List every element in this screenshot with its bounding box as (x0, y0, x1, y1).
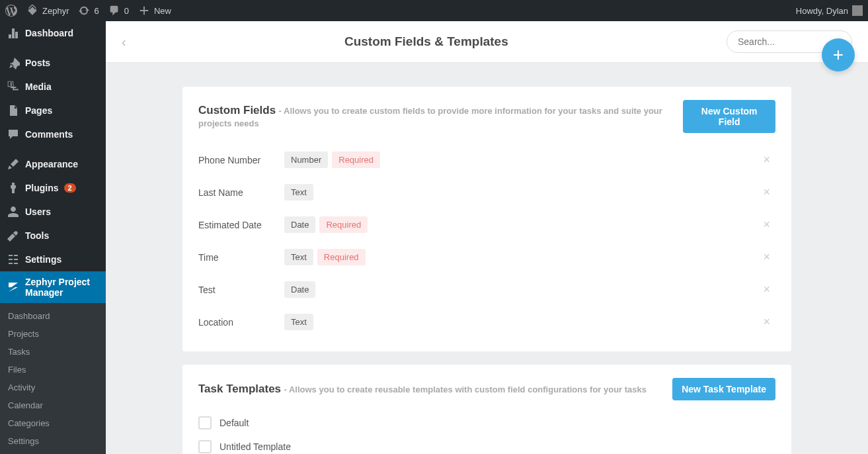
fab-add[interactable]: + (822, 38, 855, 71)
new-custom-field-button[interactable]: New Custom Field (683, 100, 775, 133)
admin-bar: Zephyr 6 0 New Howdy, Dylan (0, 0, 868, 21)
submenu-item-settings[interactable]: Settings (0, 432, 106, 450)
field-row[interactable]: Last NameText× (198, 176, 775, 208)
sidebar-item-settings[interactable]: Settings (0, 248, 106, 271)
close-icon[interactable]: × (758, 185, 775, 199)
page-title: Custom Fields & Templates (126, 34, 727, 49)
media-icon (7, 80, 20, 93)
user-icon (7, 205, 20, 218)
new-template-button[interactable]: New Task Template (672, 378, 775, 400)
dashboard-icon (7, 26, 20, 40)
templates-title: Task Templates (198, 383, 281, 395)
sidebar-item-pages[interactable]: Pages (0, 99, 106, 122)
field-row[interactable]: Phone NumberNumberRequired× (198, 144, 775, 176)
close-icon[interactable]: × (758, 315, 775, 329)
new-link[interactable]: New (138, 5, 171, 17)
template-name: Default (219, 418, 249, 428)
type-tag: Text (284, 249, 313, 265)
pages-icon (7, 104, 20, 117)
field-row[interactable]: LocationText× (198, 306, 775, 338)
close-icon[interactable]: × (758, 250, 775, 264)
submenu-item-dashboard[interactable]: Dashboard (0, 307, 106, 325)
custom-fields-card: Custom Fields - Allows you to create cus… (182, 87, 791, 351)
sidebar-item-comments[interactable]: Comments (0, 122, 106, 146)
type-tag: Text (284, 314, 313, 330)
type-tag: Number (284, 152, 328, 168)
templates-card: Task Templates - Allows you to create re… (182, 365, 791, 454)
type-tag: Date (284, 216, 315, 233)
submenu-item-categories[interactable]: Categories (0, 414, 106, 432)
field-name: Phone Number (198, 155, 284, 165)
required-tag: Required (317, 249, 366, 265)
field-name: Time (198, 252, 284, 263)
field-row[interactable]: TimeTextRequired× (198, 241, 775, 273)
template-checkbox[interactable] (198, 440, 212, 453)
comments-link[interactable]: 0 (108, 5, 129, 17)
site-link[interactable]: Zephyr (26, 5, 69, 17)
svg-rect-0 (852, 5, 863, 16)
template-row[interactable]: Untitled Template (198, 435, 775, 454)
submenu-item-projects[interactable]: Projects (0, 325, 106, 343)
type-tag: Date (284, 281, 315, 298)
badge: 2 (64, 183, 76, 193)
templates-subtitle: - Allows you to create reusable template… (284, 385, 647, 394)
zephyr-icon (7, 281, 20, 294)
submenu-item-calendar[interactable]: Calendar (0, 396, 106, 414)
wp-logo[interactable] (5, 5, 17, 17)
close-icon[interactable]: × (758, 218, 775, 232)
comment-icon (7, 128, 20, 141)
sidebar-item-media[interactable]: Media (0, 75, 106, 99)
sidebar-item-tools[interactable]: Tools (0, 224, 106, 248)
submenu-item-files[interactable]: Files (0, 361, 106, 379)
sidebar-item-dashboard[interactable]: Dashboard (0, 21, 106, 45)
sidebar-item-posts[interactable]: Posts (0, 51, 106, 75)
close-icon[interactable]: × (758, 153, 775, 167)
sidebar-item-appearance[interactable]: Appearance (0, 152, 106, 176)
field-name: Location (198, 317, 284, 328)
howdy-link[interactable]: Howdy, Dylan (796, 5, 863, 16)
sidebar-item-plugins[interactable]: Plugins2 (0, 176, 106, 200)
field-name: Estimated Date (198, 220, 284, 230)
field-row[interactable]: Estimated DateDateRequired× (198, 208, 775, 241)
required-tag: Required (319, 216, 368, 233)
template-name: Untitled Template (219, 441, 291, 452)
custom-fields-title: Custom Fields (198, 104, 276, 116)
plug-icon (7, 181, 20, 195)
close-icon[interactable]: × (758, 283, 775, 296)
admin-sidebar: DashboardPostsMediaPagesCommentsAppearan… (0, 21, 106, 454)
updates-link[interactable]: 6 (78, 5, 99, 17)
settings-icon (7, 253, 20, 266)
field-name: Last Name (198, 187, 284, 198)
sidebar-item-users[interactable]: Users (0, 200, 106, 224)
pin-icon (7, 56, 20, 69)
submenu-item-activity[interactable]: Activity (0, 379, 106, 396)
main-content: ‹ Custom Fields & Templates + Custom Fie… (106, 21, 868, 454)
sidebar-item-zephyr-project-manager[interactable]: Zephyr Project Manager (0, 271, 106, 303)
submenu-item-tasks[interactable]: Tasks (0, 343, 106, 361)
back-arrow[interactable]: ‹ (122, 34, 126, 50)
required-tag: Required (332, 152, 380, 168)
type-tag: Text (284, 184, 313, 201)
template-row[interactable]: Default (198, 411, 775, 435)
field-name: Test (198, 285, 284, 295)
wrench-icon (7, 229, 20, 242)
brush-icon (7, 158, 20, 171)
template-checkbox[interactable] (198, 416, 212, 430)
field-row[interactable]: TestDate× (198, 273, 775, 306)
page-header: ‹ Custom Fields & Templates (106, 21, 868, 63)
